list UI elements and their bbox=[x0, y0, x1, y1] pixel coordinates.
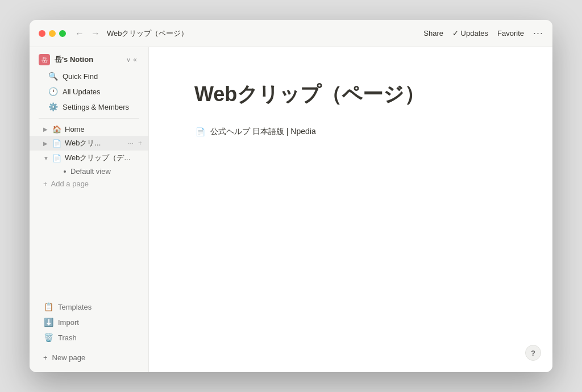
workspace-name: 岳's Notion bbox=[55, 55, 126, 65]
main-content: 岳 岳's Notion ∨ « 🔍 Quick Find 🕐 All Upda… bbox=[30, 47, 552, 372]
toggle-arrow-webclip1: ▶ bbox=[43, 140, 51, 147]
add-page-plus-icon: + bbox=[43, 180, 48, 188]
sidebar-page-label-home: Home bbox=[65, 125, 144, 134]
page-title[interactable]: Webクリップ（ページ） bbox=[194, 81, 507, 108]
home-icon: 🏠 bbox=[52, 124, 61, 134]
page-icon-webclip2: 📄 bbox=[52, 153, 61, 162]
collapse-sidebar-button[interactable]: « bbox=[131, 55, 139, 65]
back-arrow[interactable]: ← bbox=[73, 27, 86, 40]
sidebar-item-label-trash: Trash bbox=[58, 333, 77, 342]
page-title-area: Webクリップ（ページ） bbox=[149, 47, 552, 119]
templates-icon: 📋 bbox=[43, 302, 53, 312]
sidebar-item-quick-find[interactable]: 🔍 Quick Find bbox=[39, 69, 139, 84]
titlebar-actions: Share ✓ Updates Favorite ··· bbox=[423, 27, 543, 39]
add-page-label: Add a page bbox=[51, 180, 89, 188]
page-block-link[interactable]: 📄 公式ヘルプ 日本語版 | Npedia bbox=[194, 124, 507, 140]
sidebar-divider bbox=[39, 118, 139, 119]
workspace-header[interactable]: 岳 岳's Notion ∨ « bbox=[34, 52, 144, 68]
app-window: ← → Webクリップ（ページ） Share ✓ Updates Favorit… bbox=[30, 20, 552, 372]
page-block-icon: 📄 bbox=[194, 126, 206, 137]
sidebar-item-import[interactable]: ⬇️ Import bbox=[34, 315, 144, 330]
sidebar-item-settings[interactable]: ⚙️ Settings & Members bbox=[39, 99, 139, 114]
sidebar-page-label-webclip1: Webクリ... bbox=[65, 138, 124, 148]
sidebar-page-label-webclip2: Webクリップ（デ... bbox=[65, 153, 144, 163]
forward-arrow[interactable]: → bbox=[89, 27, 102, 40]
breadcrumb: Webクリップ（ページ） bbox=[107, 28, 189, 39]
sidebar-item-label-settings: Settings & Members bbox=[63, 103, 129, 111]
sidebar-item-all-updates[interactable]: 🕐 All Updates bbox=[39, 84, 139, 99]
sidebar-top: 岳 岳's Notion ∨ « 🔍 Quick Find 🕐 All Upda… bbox=[30, 52, 148, 115]
workspace-icon: 岳 bbox=[39, 54, 50, 65]
default-view-dot-icon bbox=[64, 170, 66, 173]
updates-button[interactable]: ✓ Updates bbox=[452, 29, 488, 37]
sidebar-item-default-view[interactable]: Default view bbox=[30, 165, 148, 177]
page-add-button[interactable]: + bbox=[136, 139, 144, 148]
breadcrumb-text: Webクリップ（ページ） bbox=[107, 28, 189, 39]
minimize-button[interactable] bbox=[49, 30, 56, 37]
sidebar-item-home[interactable]: ▶ 🏠 Home bbox=[30, 122, 148, 136]
share-button[interactable]: Share bbox=[423, 29, 443, 37]
sidebar: 岳 岳's Notion ∨ « 🔍 Quick Find 🕐 All Upda… bbox=[30, 47, 149, 372]
sidebar-item-label-all-updates: All Updates bbox=[63, 87, 100, 96]
sidebar-item-trash[interactable]: 🗑️ Trash bbox=[34, 330, 144, 345]
page-more-button[interactable]: ··· bbox=[126, 139, 135, 148]
favorite-button[interactable]: Favorite bbox=[497, 29, 524, 37]
gear-icon: ⚙️ bbox=[48, 102, 58, 112]
new-page-label: New page bbox=[52, 353, 86, 362]
help-button[interactable]: ? bbox=[525, 345, 541, 361]
page-body: 📄 公式ヘルプ 日本語版 | Npedia bbox=[149, 119, 552, 144]
content-area: Webクリップ（ページ） 📄 公式ヘルプ 日本語版 | Npedia ? bbox=[149, 47, 552, 372]
maximize-button[interactable] bbox=[59, 30, 66, 37]
workspace-chevron-icon: ∨ bbox=[126, 56, 131, 64]
sidebar-add-page[interactable]: + Add a page bbox=[30, 177, 148, 190]
sidebar-bottom: 📋 Templates ⬇️ Import 🗑️ Trash bbox=[30, 297, 148, 348]
traffic-lights bbox=[39, 30, 66, 37]
import-icon: ⬇️ bbox=[43, 317, 53, 327]
titlebar: ← → Webクリップ（ページ） Share ✓ Updates Favorit… bbox=[30, 20, 552, 47]
page-block-text: 公式ヘルプ 日本語版 | Npedia bbox=[210, 127, 316, 137]
sidebar-pages: ▶ 🏠 Home ▶ 📄 Webクリ... ··· + ▼ bbox=[30, 122, 148, 297]
trash-icon: 🗑️ bbox=[43, 332, 53, 343]
toggle-arrow-webclip2: ▼ bbox=[43, 155, 51, 161]
content-wrapper: Webクリップ（ページ） 📄 公式ヘルプ 日本語版 | Npedia ? bbox=[149, 47, 552, 372]
sidebar-item-templates[interactable]: 📋 Templates bbox=[34, 299, 144, 314]
sidebar-item-webclip2[interactable]: ▼ 📄 Webクリップ（デ... bbox=[30, 151, 148, 165]
new-page-button[interactable]: + New page bbox=[34, 350, 144, 365]
sidebar-item-webclip1[interactable]: ▶ 📄 Webクリ... ··· + bbox=[30, 136, 148, 151]
sidebar-item-label-quick-find: Quick Find bbox=[63, 72, 98, 81]
close-button[interactable] bbox=[39, 30, 45, 37]
search-icon: 🔍 bbox=[48, 71, 58, 81]
more-button[interactable]: ··· bbox=[533, 27, 543, 39]
clock-icon: 🕐 bbox=[48, 86, 58, 97]
new-page-plus-icon: + bbox=[43, 353, 48, 362]
nav-arrows: ← → bbox=[73, 27, 102, 40]
sidebar-item-label-templates: Templates bbox=[58, 303, 92, 311]
sidebar-item-label-import: Import bbox=[58, 318, 79, 327]
default-view-label: Default view bbox=[70, 167, 111, 176]
page-icon-webclip1: 📄 bbox=[52, 139, 61, 148]
toggle-arrow-home: ▶ bbox=[43, 126, 51, 132]
page-actions-webclip1: ··· + bbox=[126, 139, 144, 148]
